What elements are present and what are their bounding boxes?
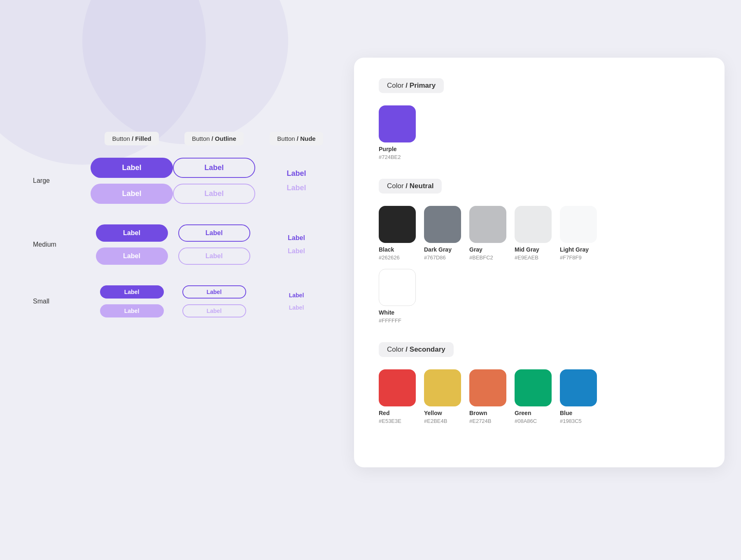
large-filled-group: Label Label [91,158,173,204]
large-row: Large Label Label Label Label Label Labe… [33,158,338,204]
medium-outline-group: Label Label [173,224,255,265]
mid-gray-swatch-hex: #E9EAEB [515,254,538,261]
blue-swatch-name: Blue [560,410,572,416]
small-filled-button[interactable]: Label [100,285,164,299]
large-nude-button[interactable]: Label [287,169,306,178]
neutral-color-section: Color / Neutral Black #262626 Dark Gray … [379,179,700,324]
white-swatch-hex: #FFFFFF [379,317,401,324]
red-swatch-item: Red #E53E3E [379,369,416,424]
brown-swatch-name: Brown [469,410,487,416]
large-outline-group: Label Label [173,158,255,204]
black-swatch-hex: #262626 [379,254,400,261]
medium-outline-disabled-button[interactable]: Label [178,247,250,265]
medium-nude-group: Label Label [255,234,338,255]
large-filled-disabled-button[interactable]: Label [91,184,173,204]
medium-filled-button[interactable]: Label [96,224,168,242]
secondary-title-bold: / Secondary [405,345,445,353]
red-swatch [379,369,416,406]
secondary-swatches: Red #E53E3E Yellow #E2BE4B Brown #E2724B… [379,369,700,424]
col-header-nude-badge: Button / Nude [270,132,323,145]
blue-swatch-item: Blue #1983C5 [560,369,597,424]
green-swatch-item: Green #08A86C [515,369,552,424]
large-label: Large [33,177,91,184]
brown-swatch-hex: #E2724B [469,418,492,424]
gray-swatch-hex: #BEBFC2 [469,254,493,261]
yellow-swatch-item: Yellow #E2BE4B [424,369,461,424]
primary-section-title: Color / Primary [379,78,444,93]
col-header-outline: Button / Outline [173,132,255,145]
color-showcase-panel: Color / Primary Purple #724BE2 Color / N… [354,58,725,467]
dark-gray-swatch [424,206,461,243]
secondary-color-section: Color / Secondary Red #E53E3E Yellow #E2… [379,342,700,424]
small-nude-disabled-button[interactable]: Label [289,304,304,311]
button-showcase-panel: Button / Filled Button / Outline Button … [0,0,370,560]
col-header-outline-badge: Button / Outline [184,132,244,145]
gray-swatch-item: Gray #BEBFC2 [469,206,506,261]
large-filled-button[interactable]: Label [91,158,173,178]
light-gray-swatch-hex: #F7F8F9 [560,254,582,261]
mid-gray-swatch [515,206,552,243]
gray-swatch [469,206,506,243]
primary-title-bold: / Primary [405,82,436,89]
dark-gray-swatch-name: Dark Gray [424,246,452,253]
medium-nude-button[interactable]: Label [288,234,305,242]
dark-gray-swatch-item: Dark Gray #767D86 [424,206,461,261]
small-outline-disabled-button[interactable]: Label [182,304,246,317]
col-header-outline-bold: / Outline [212,135,236,142]
purple-swatch-name: Purple [379,146,397,152]
purple-swatch-item: Purple #724BE2 [379,105,416,160]
purple-swatch-hex: #724BE2 [379,154,401,160]
white-swatch-item: White #FFFFFF [379,269,416,324]
yellow-swatch-name: Yellow [424,410,442,416]
medium-filled-disabled-button[interactable]: Label [96,247,168,265]
col-header-nude: Button / Nude [255,132,338,145]
large-nude-group: Label Label [255,169,338,192]
gray-swatch-name: Gray [469,246,482,253]
dark-gray-swatch-hex: #767D86 [424,254,446,261]
small-filled-disabled-button[interactable]: Label [100,304,164,317]
large-outline-disabled-button[interactable]: Label [173,184,255,204]
black-swatch-name: Black [379,246,394,253]
small-row: Small Label Label Label Label Label Labe… [33,285,338,317]
col-header-nude-bold: / Nude [297,135,316,142]
mid-gray-swatch-item: Mid Gray #E9EAEB [515,206,552,261]
green-swatch-name: Green [515,410,531,416]
white-swatch-name: White [379,309,394,316]
medium-label: Medium [33,241,91,248]
small-nude-button[interactable]: Label [289,292,304,299]
primary-color-section: Color / Primary Purple #724BE2 [379,78,700,160]
col-header-filled-bold: / Filled [132,135,151,142]
medium-outline-button[interactable]: Label [178,224,250,242]
small-outline-group: Label Label [173,285,255,317]
blue-swatch [560,369,597,406]
light-gray-swatch-name: Light Gray [560,246,589,253]
black-swatch [379,206,416,243]
red-swatch-name: Red [379,410,389,416]
medium-filled-group: Label Label [91,224,173,265]
small-outline-button[interactable]: Label [182,285,246,299]
button-grid: Button / Filled Button / Outline Button … [33,132,338,338]
large-nude-disabled-button[interactable]: Label [287,184,306,192]
medium-nude-disabled-button[interactable]: Label [288,247,305,255]
medium-row: Medium Label Label Label Label Label Lab… [33,224,338,265]
red-swatch-hex: #E53E3E [379,418,401,424]
neutral-section-title: Color / Neutral [379,179,442,194]
purple-swatch [379,105,416,142]
light-gray-swatch-item: Light Gray #F7F8F9 [560,206,597,261]
white-swatch [379,269,416,306]
col-header-filled-badge: Button / Filled [105,132,158,145]
neutral-title-bold: / Neutral [405,182,433,190]
small-nude-group: Label Label [255,292,338,311]
black-swatch-item: Black #262626 [379,206,416,261]
secondary-section-title: Color / Secondary [379,342,454,357]
green-swatch-hex: #08A86C [515,418,537,424]
yellow-swatch [424,369,461,406]
yellow-swatch-hex: #E2BE4B [424,418,447,424]
green-swatch [515,369,552,406]
small-label: Small [33,298,91,305]
primary-swatches: Purple #724BE2 [379,105,700,160]
brown-swatch-item: Brown #E2724B [469,369,506,424]
large-outline-button[interactable]: Label [173,158,255,178]
brown-swatch [469,369,506,406]
col-header-filled: Button / Filled [91,132,173,145]
